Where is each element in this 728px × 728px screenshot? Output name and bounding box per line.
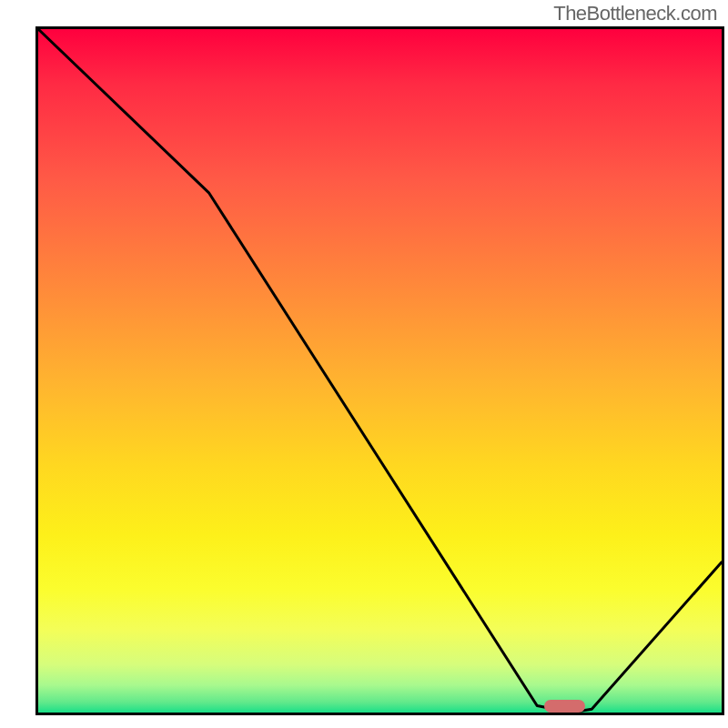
chart-container: TheBottleneck.com — [11, 0, 728, 717]
plot-frame — [35, 26, 724, 715]
optimal-marker — [544, 700, 585, 713]
data-curve — [38, 29, 722, 713]
watermark-text: TheBottleneck.com — [553, 2, 717, 25]
curve-layer — [38, 29, 722, 713]
